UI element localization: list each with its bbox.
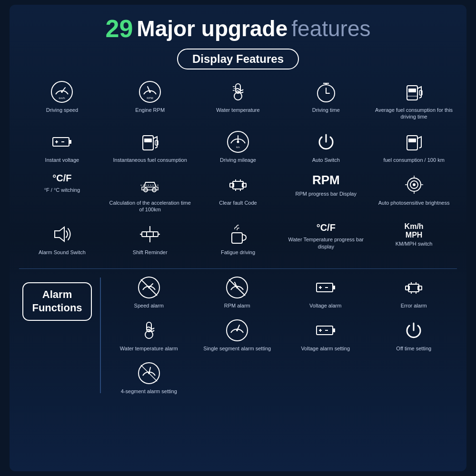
avg-fuel-label: Average fuel consumption for this drivin…	[373, 107, 455, 120]
rpm-alarm-label: RPM alarm	[224, 302, 250, 309]
svg-text:km/h: km/h	[59, 97, 65, 99]
driving-speed-label: Driving speed	[46, 107, 78, 113]
fatigue-label: Fatigue driving	[221, 249, 255, 256]
water-temp-alarm-label: Water temperature alarm	[120, 345, 178, 352]
auto-bright-label: Auto photosensitive brightness	[378, 199, 450, 206]
feature-acceleration: Calculation of the acceleration time of …	[107, 170, 193, 216]
display-features-badge: Display Features	[177, 49, 299, 69]
auto-switch-label: Auto Switch	[312, 157, 340, 163]
four-segment-icon	[137, 361, 161, 385]
feature-driving-mileage: km Driving mileage	[195, 127, 281, 166]
clear-fault-label: Clear fault Code	[219, 199, 257, 206]
alarm-speed: Speed alarm	[106, 273, 192, 312]
sound-icon	[50, 222, 74, 246]
voltage-setting-label: Voltage alarm setting	[301, 345, 350, 352]
svg-line-65	[141, 279, 157, 296]
section-divider	[19, 268, 457, 269]
car-icon	[138, 173, 162, 197]
alarm-water-temp: Water temperature alarm	[106, 316, 192, 355]
feature-fuel-100km: fuel consumption / 100 km	[371, 127, 457, 166]
error-alarm-icon	[402, 276, 426, 299]
title-row: 29 Major upgrade features	[106, 14, 371, 43]
feature-shift-reminder: Shift Reminder	[107, 219, 193, 258]
acceleration-label: Calculation of the acceleration time of …	[109, 199, 191, 213]
alarm-functions-badge: Alarm Functions	[22, 282, 91, 321]
svg-rect-27	[143, 136, 153, 150]
feature-driving-time: Driving time	[283, 77, 369, 123]
alarm-badge-line1: Alarm	[42, 288, 72, 300]
feature-rpm-bar: RPM RPM progress bar Display	[283, 170, 369, 216]
voltage-alarm-icon	[314, 276, 337, 299]
title-light: features	[291, 16, 370, 41]
svg-text:RPM: RPM	[147, 97, 153, 99]
rpm-bar-label: RPM progress bar Display	[296, 190, 357, 197]
shift-reminder-label: Shift Reminder	[133, 249, 168, 256]
alarm-sound-label: Alarm Sound Switch	[39, 249, 86, 256]
feature-fatigue: Fatigue driving	[195, 219, 281, 258]
alarm-voltage-setting: Voltage alarm setting	[282, 316, 369, 355]
water-temp-label: Water temperature	[216, 107, 259, 113]
feature-instant-fuel: Instantaneous fuel consumption	[107, 127, 193, 166]
feature-kmh-mph: Km/hMPH KM/MPH switch	[371, 219, 457, 258]
svg-point-86	[236, 329, 238, 331]
svg-point-6	[149, 91, 151, 93]
single-segment-icon	[225, 318, 249, 342]
speed-alarm-label: Speed alarm	[134, 302, 164, 309]
cf-icon: °C/F	[52, 173, 71, 184]
instant-fuel-label: Instantaneous fuel consumption	[113, 157, 187, 163]
feature-clear-fault: Clear fault Code	[195, 170, 281, 216]
engine-icon	[226, 173, 250, 197]
voltage-setting-icon	[314, 318, 337, 342]
svg-rect-88	[333, 328, 335, 332]
feature-avg-fuel: Average fuel consumption for this drivin…	[371, 77, 457, 123]
voltage-alarm-label: Voltage alarm	[309, 302, 341, 309]
cf-switch-label: °F / °C witching	[44, 187, 80, 193]
alarm-features-grid: Speed alarm RPM alarm	[106, 273, 457, 398]
off-time-label: Off time setting	[396, 345, 431, 352]
feature-auto-switch: Auto Switch	[283, 127, 369, 166]
svg-point-48	[413, 183, 416, 186]
svg-rect-71	[333, 286, 335, 289]
feature-driving-speed: km/h Driving speed	[19, 77, 105, 123]
svg-rect-61	[232, 233, 242, 243]
alarm-badge-col: Alarm Functions	[19, 273, 95, 330]
main-container: 29 Major upgrade features Display Featur…	[10, 5, 466, 471]
fuel-100km-icon	[402, 130, 426, 154]
water-temp-icon	[226, 80, 250, 104]
alarm-off-time: Off time setting	[371, 316, 457, 355]
rpm-text-icon: RPM	[312, 173, 340, 188]
svg-point-32	[237, 140, 239, 143]
svg-rect-39	[233, 181, 243, 189]
power-icon	[314, 130, 338, 154]
kmh-icon: Km/hMPH	[405, 222, 424, 239]
svg-rect-18	[407, 86, 417, 100]
alarm-section: Alarm Functions Speed alarm	[19, 273, 457, 398]
rpm-alarm-icon	[225, 276, 249, 299]
engine-rpm-label: Engine RPM	[135, 107, 165, 113]
speedometer-icon: km/h	[50, 80, 74, 104]
off-time-icon	[402, 318, 426, 342]
alarm-rpm: RPM alarm	[194, 273, 281, 312]
svg-line-69	[229, 279, 245, 296]
timer-icon	[314, 80, 338, 104]
feature-water-temp-bar: °C/F Water Temperature progress bar disp…	[283, 219, 369, 258]
svg-rect-35	[408, 139, 416, 142]
svg-point-2	[61, 91, 63, 93]
alarm-badge-line2: Functions	[32, 302, 82, 314]
single-segment-label: Single segment alarm setting	[203, 345, 271, 352]
feature-instant-voltage: Instant voltage	[19, 127, 105, 166]
brightness-icon	[402, 173, 426, 197]
alarm-vertical-divider	[100, 278, 101, 393]
svg-rect-23	[69, 140, 71, 144]
feature-engine-rpm: RPM Engine RPM	[107, 77, 193, 123]
svg-rect-28	[144, 139, 152, 142]
avg-fuel-icon	[402, 80, 426, 104]
fuel-100km-label: fuel consumption / 100 km	[383, 157, 444, 163]
alarm-single-segment: Single segment alarm setting	[194, 316, 281, 355]
engine-rpm-icon: RPM	[138, 80, 162, 104]
instant-voltage-label: Instant voltage	[45, 157, 79, 163]
cf2-icon: °C/F	[317, 222, 336, 233]
water-temp-alarm-icon	[137, 318, 161, 342]
water-temp-bar-label: Water Temperature progress bar display	[285, 236, 367, 250]
title-bold: Major upgrade	[137, 16, 288, 41]
